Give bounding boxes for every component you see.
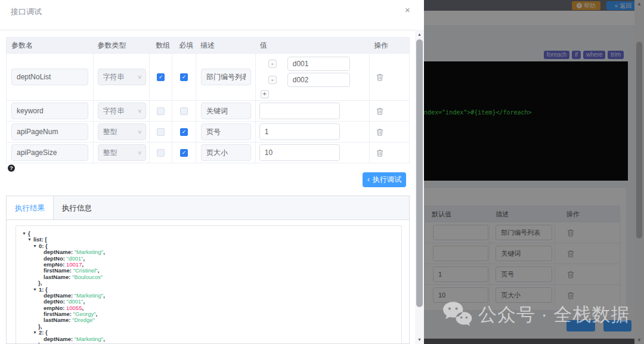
tab-exec-result[interactable]: 执行结果 — [7, 196, 54, 219]
scroll-down-icon[interactable]: ▼ — [415, 337, 424, 342]
run-debug-button[interactable]: ‹ 执行调试 — [363, 172, 406, 187]
scroll-up-icon[interactable]: ▲ — [415, 32, 424, 36]
run-debug-label: 执行调试 — [373, 175, 401, 185]
json-punct: , — [96, 311, 98, 317]
required-checkbox[interactable]: ✓ — [180, 128, 188, 136]
chevron-down-icon: ∨ — [137, 150, 143, 156]
collapse-arrow-icon[interactable]: ▼ — [33, 287, 37, 293]
param-desc-cell — [196, 142, 255, 163]
collapse-arrow-icon[interactable]: ▼ — [33, 243, 37, 249]
required-cell: ✓ — [172, 142, 196, 163]
param-type-cell: 整型∨ — [93, 122, 150, 142]
param-type-value: 整型 — [103, 148, 117, 158]
param-desc-cell — [196, 54, 255, 100]
json-punct: { — [28, 230, 30, 237]
json-result-viewer: ▼{▼list: [▼0: {deptName: "Marketing",dep… — [16, 225, 402, 344]
chevron-down-icon: ∨ — [137, 129, 143, 135]
array-cell — [149, 142, 172, 163]
param-name-cell — [7, 54, 93, 100]
required-checkbox[interactable]: ✓ — [180, 149, 188, 157]
param-desc-input[interactable] — [201, 144, 251, 161]
param-name-input[interactable] — [11, 144, 88, 161]
trash-icon[interactable] — [376, 128, 383, 136]
json-key: deptName — [44, 249, 71, 255]
param-name-input[interactable] — [11, 69, 88, 85]
dialog-scrollbar-thumb[interactable] — [416, 39, 423, 307]
json-punct: : [ — [42, 236, 47, 243]
json-key: empNo — [44, 305, 63, 311]
param-type-select[interactable]: 字符串∨ — [98, 69, 146, 85]
value-input[interactable] — [287, 73, 350, 87]
required-cell — [172, 101, 196, 121]
trash-icon[interactable] — [376, 107, 383, 115]
column-header: 参数类型 — [93, 38, 150, 53]
operation-cell — [369, 122, 409, 142]
dialog-title: 接口调试 — [11, 7, 42, 17]
add-value-button[interactable]: + — [261, 90, 269, 98]
array-checkbox[interactable] — [157, 107, 165, 115]
param-desc-cell — [196, 101, 255, 121]
json-key: empNo — [44, 261, 63, 268]
tab-exec-info[interactable]: 执行信息 — [54, 196, 100, 219]
array-cell: ✓ — [149, 54, 172, 100]
column-header: 必填 — [172, 38, 196, 53]
param-type-select[interactable]: 字符串∨ — [98, 103, 146, 119]
value-input[interactable] — [287, 57, 350, 71]
caret-left-icon: ‹ — [367, 175, 370, 184]
chevron-down-icon: ∨ — [137, 108, 143, 114]
api-debug-dialog: 接口调试 × 参数名参数类型数组必填描述值操作字符串∨✓✓--+字符串∨整型∨✓… — [0, 0, 424, 344]
json-punct: }, — [38, 280, 42, 286]
remove-value-button[interactable]: - — [268, 76, 277, 84]
required-checkbox[interactable] — [180, 107, 188, 115]
trash-icon[interactable] — [376, 73, 383, 81]
param-type-select[interactable]: 整型∨ — [98, 144, 146, 161]
column-header: 数组 — [149, 38, 172, 53]
close-icon[interactable]: × — [405, 5, 410, 15]
collapse-arrow-icon[interactable]: ▼ — [22, 231, 26, 237]
param-type-select[interactable]: 整型∨ — [98, 123, 146, 140]
param-desc-input[interactable] — [201, 69, 251, 85]
value-item-line: - — [258, 57, 350, 71]
param-name-input[interactable] — [11, 123, 88, 140]
json-line: }, — [38, 280, 401, 286]
collapse-arrow-icon[interactable]: ▼ — [33, 330, 37, 336]
json-key: deptNo — [44, 255, 63, 262]
json-line: firstName: "Georgy", — [44, 311, 401, 317]
param-value-cell — [255, 142, 369, 163]
value-input[interactable] — [259, 103, 340, 119]
value-item-line: - — [258, 73, 350, 87]
array-checkbox[interactable] — [157, 149, 165, 157]
param-name-input[interactable] — [11, 103, 88, 119]
param-desc-input[interactable] — [201, 103, 251, 119]
value-input[interactable] — [259, 123, 340, 140]
dialog-scrollbar[interactable]: ▲ ▼ — [415, 30, 424, 344]
param-value-cell — [255, 122, 369, 142]
param-type-value: 字符串 — [103, 106, 125, 116]
array-cell — [149, 101, 172, 121]
chevron-down-icon: ∨ — [137, 74, 143, 80]
json-line: lastName: "Dredge" — [44, 317, 401, 323]
param-name-cell — [7, 101, 93, 121]
array-checkbox[interactable]: ✓ — [157, 73, 165, 81]
param-row: 整型∨✓ — [7, 121, 409, 142]
screen: ? 帮助 « 返回 foreachifwheretrim ndex="index… — [0, 0, 644, 344]
json-punct: , — [83, 298, 85, 305]
help-icon[interactable]: ? — [8, 165, 15, 172]
param-type-value: 整型 — [103, 127, 117, 137]
array-checkbox[interactable] — [157, 128, 165, 136]
value-input[interactable] — [259, 144, 340, 161]
param-desc-input[interactable] — [201, 123, 251, 140]
param-row: 整型∨✓ — [7, 142, 409, 163]
json-line: deptNo: "d001", — [44, 299, 401, 305]
collapse-arrow-icon[interactable]: ▼ — [27, 237, 32, 243]
trash-icon[interactable] — [376, 149, 383, 157]
json-string: "Marketing" — [75, 336, 103, 342]
remove-value-button[interactable]: - — [268, 60, 277, 68]
json-string: "Bouloucos" — [72, 274, 103, 280]
required-checkbox[interactable]: ✓ — [180, 73, 188, 81]
json-line: deptNo: "d001", — [44, 256, 401, 262]
json-tree: ▼{▼list: [▼0: {deptName: "Marketing",dep… — [22, 231, 401, 344]
json-line: }, — [38, 324, 401, 330]
add-value-line: + — [261, 90, 269, 98]
json-key: deptNo — [44, 298, 63, 305]
